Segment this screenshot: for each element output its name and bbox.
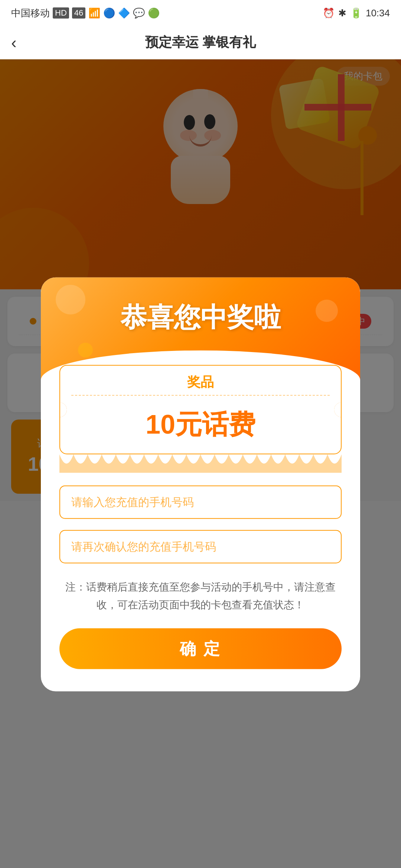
page-title: 预定幸运 掌银有礼	[145, 33, 256, 52]
modal-header: 恭喜您中奖啦	[41, 277, 360, 380]
battery-icon: 🔋	[350, 7, 362, 19]
coupon-label: 奖品	[187, 374, 214, 389]
time-label: 10:34	[366, 7, 390, 19]
app-icon-1: 🔵	[103, 7, 115, 19]
hd-icon: HD	[53, 7, 69, 19]
status-right: ⏰ ✱ 🔋 10:34	[323, 7, 390, 19]
signal-icon: 📶	[88, 7, 100, 19]
coupon-inner: 奖品 10元话费	[59, 365, 342, 454]
page-content: 我的卡包	[0, 59, 401, 868]
app-icon-3: 💬	[133, 7, 145, 19]
status-bar: 中国移动 HD 46 📶 🔵 🔷 💬 🟢 ⏰ ✱ 🔋 10:34	[0, 0, 401, 26]
phone-input[interactable]	[59, 486, 342, 519]
nav-bar: ‹ 预定幸运 掌银有礼	[0, 26, 401, 59]
prize-modal: 恭喜您中奖啦 奖品 10元话费 注：话费稍后直接充值至您参	[41, 277, 360, 691]
confirm-button[interactable]: 确 定	[59, 628, 342, 669]
4g-icon: 46	[72, 7, 85, 19]
carrier-label: 中国移动	[11, 7, 50, 20]
note-text: 注：话费稍后直接充值至您参与活动的手机号中，请注意查收，可在活动页面中我的卡包查…	[41, 578, 360, 614]
modal-title: 恭喜您中奖啦	[56, 300, 345, 335]
back-button[interactable]: ‹	[11, 33, 17, 52]
app-icon-2: 🔷	[118, 7, 130, 19]
coupon-label-row: 奖品	[60, 366, 341, 395]
coupon: 奖品 10元话费	[59, 365, 342, 474]
phone-confirm-input[interactable]	[59, 530, 342, 563]
app-icon-4: 🟢	[148, 7, 160, 19]
deco-circle-3	[78, 343, 93, 358]
alarm-icon: ⏰	[323, 7, 335, 19]
coupon-value: 10元话费	[146, 410, 255, 439]
coupon-value-row: 10元话费	[60, 396, 341, 454]
bluetooth-icon: ✱	[338, 7, 346, 19]
scallop-svg	[59, 454, 342, 473]
status-left: 中国移动 HD 46 📶 🔵 🔷 💬 🟢	[11, 7, 160, 20]
input-section	[41, 474, 360, 575]
